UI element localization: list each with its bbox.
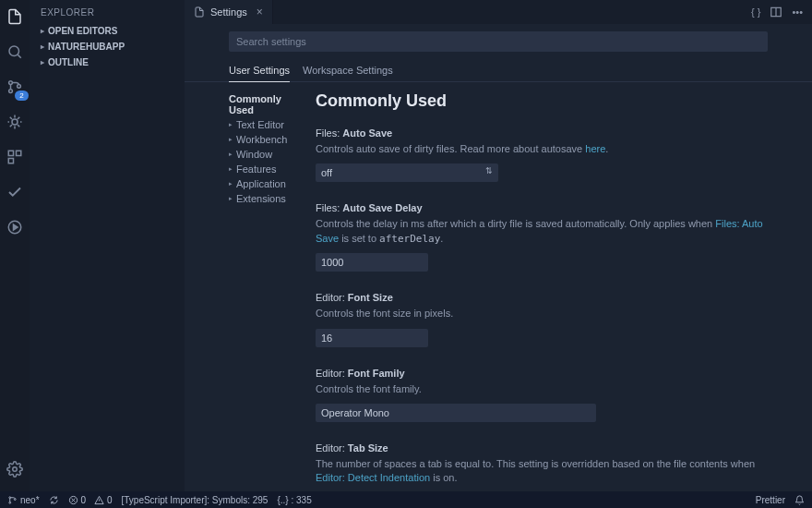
svg-rect-6 [8, 151, 13, 155]
settings-toc: Commonly Used Text Editor Workbench Wind… [185, 82, 304, 491]
open-json-icon[interactable]: { } [751, 6, 760, 18]
search-input[interactable] [229, 31, 768, 52]
svg-marker-10 [14, 224, 18, 230]
toc-extensions[interactable]: Extensions [229, 191, 304, 206]
debug-icon[interactable] [4, 111, 26, 133]
svg-point-0 [9, 46, 19, 56]
svg-point-4 [18, 84, 21, 88]
extensions-icon[interactable] [4, 146, 26, 168]
explorer-sidebar: EXPLORER OPEN EDITORS NATUREHUBAPP OUTLI… [30, 0, 185, 491]
toc-text-editor[interactable]: Text Editor [229, 117, 304, 132]
deploy-icon[interactable] [4, 216, 26, 238]
explorer-icon[interactable] [4, 6, 26, 28]
sidebar-open-editors[interactable]: OPEN EDITORS [30, 23, 185, 39]
setting-files-autosave-delay: Files: Auto Save Delay Controls the dela… [316, 195, 768, 284]
toc-application[interactable]: Application [229, 176, 304, 191]
setting-editor-tab-size: Editor: Tab Size The number of spaces a … [316, 435, 768, 491]
status-prettier[interactable]: Prettier [756, 495, 785, 505]
tab-settings[interactable]: Settings × [185, 0, 273, 24]
font-family-input[interactable] [316, 404, 596, 422]
search-icon[interactable] [4, 41, 26, 63]
status-ts-importer[interactable]: [TypeScript Importer]: Symbols: 295 [121, 495, 268, 505]
close-icon[interactable]: × [257, 6, 263, 18]
tab-label: Settings [210, 6, 247, 18]
tab-bar: Settings × { } ••• [185, 0, 812, 24]
svg-point-14 [9, 496, 11, 498]
status-sync[interactable] [49, 495, 59, 505]
sidebar-outline[interactable]: OUTLINE [30, 54, 185, 70]
sidebar-project[interactable]: NATUREHUBAPP [30, 39, 185, 54]
svg-rect-8 [8, 159, 13, 163]
toc-heading[interactable]: Commonly Used [229, 91, 304, 117]
font-size-input[interactable] [316, 329, 428, 347]
toc-workbench[interactable]: Workbench [229, 132, 304, 147]
setting-editor-font-family: Editor: Font Family Controls the font fa… [316, 360, 768, 435]
tab-workspace-settings[interactable]: Workspace Settings [303, 61, 393, 81]
setting-editor-font-size: Editor: Font Size Controls the font size… [316, 284, 768, 359]
more-icon[interactable]: ••• [792, 6, 803, 18]
svg-point-5 [12, 119, 18, 125]
status-selection[interactable]: {..} : 335 [277, 495, 311, 505]
svg-point-16 [14, 498, 16, 500]
settings-gear-icon[interactable] [4, 458, 26, 480]
svg-point-11 [13, 467, 18, 472]
svg-rect-7 [17, 151, 21, 155]
source-control-icon[interactable] [4, 76, 26, 98]
toc-features[interactable]: Features [229, 162, 304, 176]
setting-files-autosave: Files: Auto Save Controls auto save of d… [316, 120, 768, 195]
split-editor-icon[interactable] [770, 6, 782, 18]
svg-point-15 [9, 502, 11, 503]
page-title: Commonly Used [316, 88, 768, 120]
status-bar: neo* 0 0 [TypeScript Importer]: Symbols:… [0, 491, 812, 508]
tab-user-settings[interactable]: User Settings [229, 61, 290, 82]
tabsize-link[interactable]: Editor: Detect Indentation [316, 472, 430, 483]
autosave-delay-input[interactable] [316, 253, 428, 272]
status-bell-icon[interactable] [794, 495, 805, 505]
activity-bar [0, 0, 30, 491]
svg-line-1 [18, 54, 20, 57]
sidebar-title: EXPLORER [30, 0, 185, 23]
svg-point-2 [9, 81, 13, 85]
editor-actions: { } ••• [742, 0, 812, 24]
autosave-select[interactable]: off [316, 163, 498, 182]
status-branch[interactable]: neo* [7, 495, 40, 505]
toc-window[interactable]: Window [229, 147, 304, 162]
editor-area: Settings × { } ••• User Settings Workspa… [185, 0, 812, 491]
svg-point-3 [9, 90, 13, 93]
autosave-link[interactable]: here [585, 143, 605, 154]
test-icon[interactable] [4, 181, 26, 203]
status-problems[interactable]: 0 0 [68, 495, 113, 505]
settings-list[interactable]: Commonly Used Files: Auto Save Controls … [304, 82, 812, 491]
